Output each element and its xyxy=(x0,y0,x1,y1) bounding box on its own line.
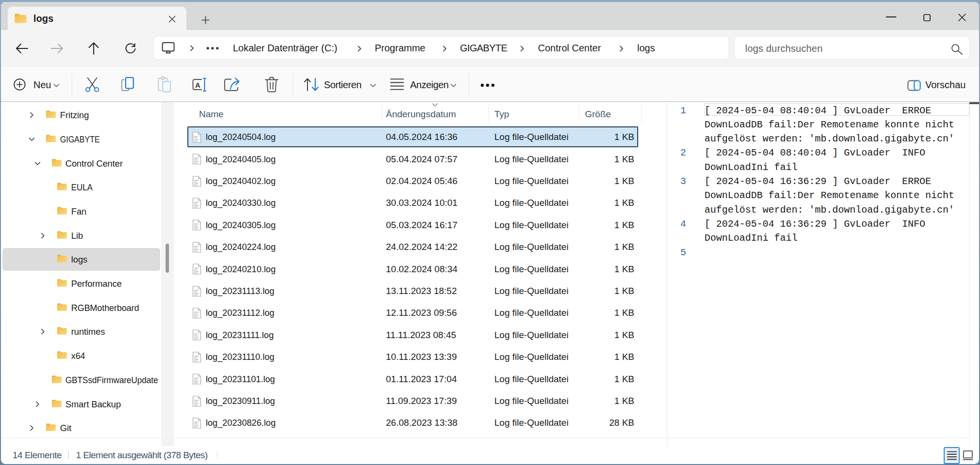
svg-text:A: A xyxy=(195,81,200,89)
